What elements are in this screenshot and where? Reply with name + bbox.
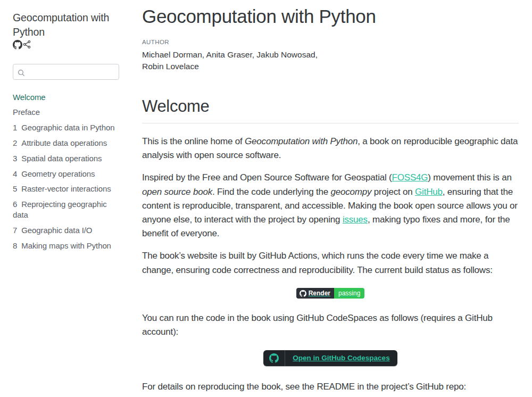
author-names-line: Michael Dorman, Anita Graser, Jakub Nowo…	[142, 49, 519, 61]
page-title: Geocomputation with Python	[142, 5, 519, 28]
sidebar-item-chapter-8[interactable]: 8Making maps with Python	[13, 241, 122, 251]
book-title-italic: Geocomputation with Python	[245, 136, 358, 146]
badge-status-label: passing	[334, 288, 364, 299]
paragraph-open-source: Inspired by the Free and Open Source Sof…	[142, 171, 519, 241]
sidebar-item-welcome[interactable]: Welcome	[13, 92, 122, 103]
sidebar-item-chapter-6[interactable]: 6Reprojecting geographic data	[13, 199, 122, 220]
author-label: AUTHOR	[142, 39, 519, 45]
sidebar-item-chapter-3[interactable]: 3Spatial data operations	[13, 153, 122, 164]
badge-left: Render	[296, 288, 334, 299]
link-github[interactable]: GitHub	[415, 187, 443, 197]
author-names-line: Robin Lovelace	[142, 61, 519, 72]
sidebar-nav: Welcome Preface 1Geographic data in Pyth…	[13, 92, 122, 251]
book-title-link[interactable]: Geocomputation with Python	[13, 11, 122, 39]
github-icon	[300, 288, 306, 299]
text-segment: . Find the code underlying the	[212, 187, 331, 197]
badge-row: Renderpassing	[142, 286, 519, 303]
italic-geocompy: geocompy	[330, 187, 371, 197]
paragraph-readme: For details on reproducing the book, see…	[142, 380, 519, 397]
sidebar-item-chapter-7[interactable]: 7Geographic data I/O	[13, 225, 122, 236]
codespaces-button-row: Open in GitHub Codespaces	[142, 348, 519, 371]
text-segment: ) movement this is an	[428, 172, 511, 183]
badge-workflow-label: Render	[309, 288, 330, 299]
github-repo-link[interactable]	[13, 39, 22, 48]
sidebar-item-chapter-1[interactable]: 1Geographic data in Python	[13, 122, 122, 133]
paragraph-intro: This is the online home of Geocomputatio…	[142, 135, 519, 162]
paragraph-build-status: The book’s website is built by GitHub Ac…	[142, 249, 519, 277]
text-segment: For details on reproducing the book, see…	[142, 382, 466, 392]
link-foss4g[interactable]: FOSS4G	[392, 172, 428, 183]
link-issues[interactable]: issues	[343, 214, 368, 225]
sidebar: Geocomputation with Python Welcome Prefa…	[0, 0, 133, 397]
author-names: Michael Dorman, Anita Graser, Jakub Nowo…	[142, 49, 519, 73]
sidebar-item-chapter-4[interactable]: 4Geometry operations	[13, 169, 122, 179]
text-segment: Inspired by the Free and Open Source Sof…	[142, 172, 392, 183]
book-title-text: Geocomputation with Python	[13, 12, 109, 38]
paragraph-codespaces: You can run the code in the book using G…	[142, 311, 519, 339]
italic-open-source-book: open source book	[142, 187, 212, 197]
author-block: AUTHOR Michael Dorman, Anita Graser, Jak…	[142, 39, 519, 73]
sidebar-item-preface[interactable]: Preface	[13, 107, 122, 118]
text-segment: project on	[371, 187, 415, 197]
sidebar-item-chapter-2[interactable]: 2Attribute data operations	[13, 138, 122, 148]
codespaces-button-label: Open in GitHub Codespaces	[285, 350, 397, 366]
main-content: Geocomputation with Python AUTHOR Michae…	[133, 0, 532, 397]
github-icon	[263, 350, 285, 366]
github-icon	[13, 39, 22, 48]
open-codespaces-button[interactable]: Open in GitHub Codespaces	[263, 350, 397, 366]
share-icon	[22, 39, 31, 48]
search-box	[13, 64, 119, 80]
text-segment: This is the online home of	[142, 136, 245, 146]
page: Geocomputation with Python Welcome Prefa…	[0, 0, 532, 397]
sidebar-item-chapter-5[interactable]: 5Raster-vector interactions	[13, 184, 122, 194]
share-link[interactable]	[22, 39, 31, 48]
search-input[interactable]	[13, 64, 119, 80]
build-status-badge[interactable]: Renderpassing	[296, 288, 365, 299]
section-title-welcome: Welcome	[142, 96, 519, 123]
